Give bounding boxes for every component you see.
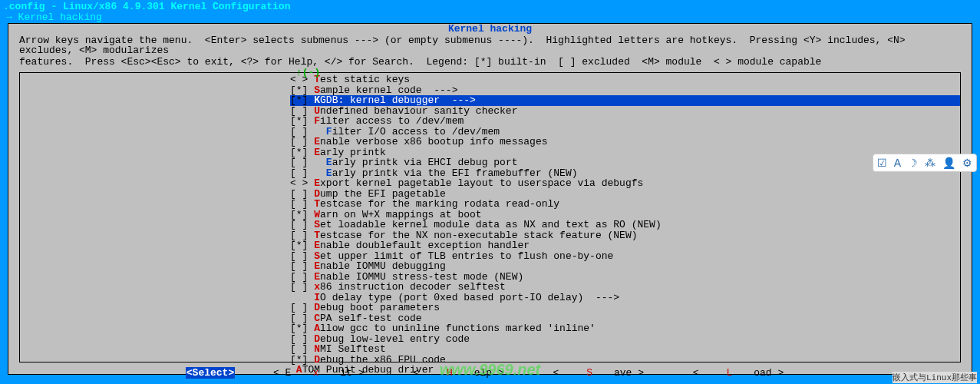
- menu-item[interactable]: IO delay type (port 0xed based port-IO d…: [290, 293, 960, 303]
- menu-list-box: ↑(-) < > Test static keys[*] Sample kern…: [19, 72, 961, 362]
- gear-icon[interactable]: ⚙: [962, 157, 972, 169]
- menu-item[interactable]: [*] KGDB: kernel debugger --->: [290, 95, 960, 106]
- person-icon[interactable]: 👤: [942, 157, 955, 169]
- help-line-1: Arrow keys navigate the menu. <Enter> se…: [8, 35, 972, 56]
- menu-item[interactable]: [ ] NMI Selftest: [290, 344, 960, 355]
- menu-item[interactable]: [ ] Enable IOMMU debugging: [290, 261, 960, 272]
- menu-item[interactable]: [*] Debug the x86 FPU code: [290, 355, 960, 366]
- menu-item[interactable]: [ ] Set upper limit of TLB entries to fl…: [290, 251, 960, 262]
- font-icon[interactable]: A: [894, 157, 901, 169]
- menu-item[interactable]: [ ] Undefined behaviour sanity checker: [290, 106, 960, 117]
- menu-item[interactable]: [ ] Early printk via the EFI framebuffer…: [290, 168, 960, 179]
- window-title: .config - Linux/x86 4.9.301 Kernel Confi…: [2, 2, 978, 12]
- menu-items[interactable]: < > Test static keys[*] Sample kernel co…: [20, 74, 960, 376]
- menu-item[interactable]: [ ] Debug boot parameters: [290, 303, 960, 313]
- menu-item[interactable]: [*] Sample kernel code --->: [290, 85, 960, 96]
- menu-item[interactable]: ATOM Punit debug driver: [290, 365, 960, 376]
- scroll-up-indicator: ↑(-): [296, 67, 320, 78]
- moon-icon[interactable]: ☽: [908, 157, 918, 169]
- check-icon[interactable]: ☑: [877, 157, 887, 169]
- browser-toolbar[interactable]: ☑ A ☽ ⁂ 👤 ⚙: [873, 154, 977, 172]
- menu-item[interactable]: [ ] x86 instruction decoder selftest: [290, 282, 960, 293]
- menu-item[interactable]: [*] Allow gcc to uninline functions mark…: [290, 323, 960, 334]
- menu-title: Kernel hacking: [8, 24, 972, 35]
- menu-item[interactable]: [ ] Filter I/O access to /dev/mem: [290, 127, 960, 137]
- menu-item[interactable]: < > Export kernel pagetable layout to us…: [290, 178, 960, 189]
- menuconfig-dialog: Kernel hacking Arrow keys navigate the m…: [8, 23, 972, 375]
- footer-text: 嵌入式与Linux那些事: [893, 372, 977, 383]
- sparkle-icon[interactable]: ⁂: [925, 157, 935, 169]
- menu-item[interactable]: [ ] Debug low-level entry code: [290, 334, 960, 345]
- menu-item[interactable]: [ ] Dump the EFI pagetable: [290, 189, 960, 200]
- menu-item[interactable]: [ ] Testcase for the NX non-executable s…: [290, 230, 960, 241]
- menu-item[interactable]: [ ] Set loadable kernel module data as N…: [290, 220, 960, 230]
- menu-item[interactable]: [ ] Early printk via EHCI debug port: [290, 157, 960, 168]
- menu-item[interactable]: [*] Warn on W+X mappings at boot: [290, 210, 960, 220]
- menu-item[interactable]: [ ] CPA self-test code: [290, 313, 960, 324]
- menu-item[interactable]: [*] Early printk: [290, 147, 960, 158]
- menu-item[interactable]: [ ] Testcase for the marking rodata read…: [290, 199, 960, 210]
- help-line-2: features. Press <Esc><Esc> to exit, <?> …: [8, 56, 972, 68]
- menu-item[interactable]: [*] Enable doublefault exception handler: [290, 240, 960, 251]
- menu-item[interactable]: < > Test static keys: [290, 74, 960, 85]
- menu-item[interactable]: [ ] Enable verbose x86 bootup info messa…: [290, 137, 960, 147]
- breadcrumb: → Kernel hacking: [2, 12, 978, 23]
- menu-item[interactable]: [*] Filter access to /dev/mem: [290, 116, 960, 127]
- menu-item[interactable]: [ ] Enable IOMMU stress-test mode (NEW): [290, 272, 960, 283]
